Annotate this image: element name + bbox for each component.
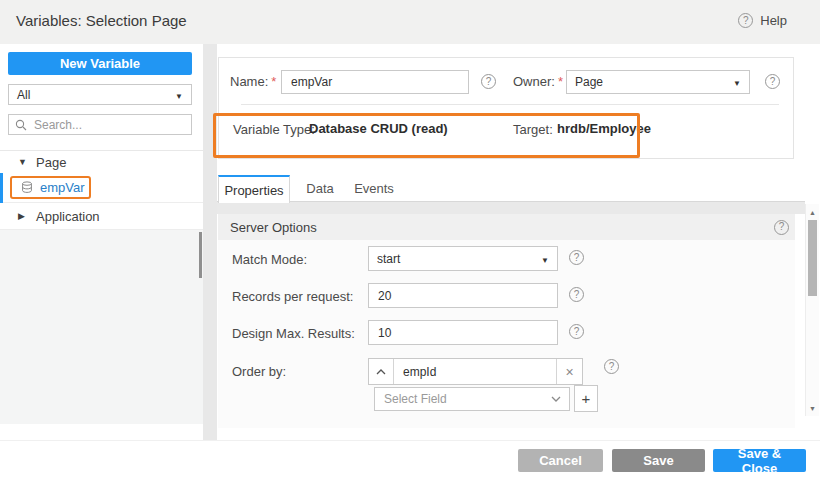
sort-direction-toggle[interactable] xyxy=(369,359,394,384)
filter-select-value: All xyxy=(17,88,175,102)
tab-data[interactable]: Data xyxy=(295,175,345,202)
owner-select-value: Page xyxy=(575,75,733,89)
owner-select[interactable]: Page xyxy=(566,70,750,94)
tree-item-label: empVar xyxy=(40,180,85,195)
match-mode-label: Match Mode: xyxy=(232,252,307,267)
tab-content-gap xyxy=(217,202,805,214)
match-mode-value: start xyxy=(377,252,541,266)
order-by-entry: empId × xyxy=(368,358,583,385)
tab-events[interactable]: Events xyxy=(345,175,403,202)
tree-group-page[interactable]: ▼ Page xyxy=(0,150,203,173)
panel-divider xyxy=(203,44,217,440)
records-help-icon[interactable]: ? xyxy=(569,287,584,302)
add-order-field-button[interactable]: + xyxy=(574,385,598,412)
variable-search xyxy=(8,114,192,135)
dialog-header: Variables: Selection Page ? Help xyxy=(0,0,820,44)
chevron-down-icon xyxy=(541,252,549,266)
server-options-header: Server Options ? xyxy=(218,214,795,240)
order-by-label: Order by: xyxy=(232,364,286,379)
chevron-down-icon xyxy=(551,396,561,402)
match-mode-help-icon[interactable]: ? xyxy=(569,250,584,265)
help-icon: ? xyxy=(738,13,753,28)
tree-group-label: Application xyxy=(36,209,100,224)
variable-details-panel: Name:* ? Owner:* Page ? Variable Type: D… xyxy=(217,44,820,440)
server-options-title: Server Options xyxy=(230,220,774,235)
order-by-help-icon[interactable]: ? xyxy=(604,359,619,374)
sidebar-scrollbar-thumb[interactable] xyxy=(199,232,202,278)
search-input[interactable] xyxy=(32,117,185,133)
cancel-button[interactable]: Cancel xyxy=(518,449,603,472)
properties-scrollbar[interactable]: ▲ ▼ xyxy=(805,204,819,416)
target-value: hrdb/Employee xyxy=(557,121,651,136)
target-label: Target: xyxy=(513,122,553,137)
owner-help-icon[interactable]: ? xyxy=(765,74,780,89)
tree-group-label: Page xyxy=(36,155,66,170)
server-options-panel: Server Options ? Match Mode: start ? Rec… xyxy=(218,214,795,428)
records-per-request-label: Records per request: xyxy=(232,289,353,304)
match-mode-select[interactable]: start xyxy=(368,246,558,271)
chevron-down-icon xyxy=(733,75,741,89)
scroll-down-icon[interactable]: ▼ xyxy=(806,402,819,414)
new-variable-button[interactable]: New Variable xyxy=(8,52,192,75)
server-options-help-icon[interactable]: ? xyxy=(774,220,789,235)
save-button[interactable]: Save xyxy=(612,449,705,472)
select-field-placeholder: Select Field xyxy=(384,392,551,406)
records-per-request-input[interactable] xyxy=(368,283,558,308)
chevron-down-icon xyxy=(175,88,183,102)
tab-properties[interactable]: Properties xyxy=(218,175,290,203)
dialog-footer: Cancel Save Save & Close xyxy=(0,440,820,488)
name-label: Name:* xyxy=(230,74,276,89)
design-max-results-input[interactable] xyxy=(368,320,558,345)
variables-tree: ▼ Page empVar ▶ Application xyxy=(0,150,203,230)
search-icon xyxy=(15,119,27,131)
variable-type-label: Variable Type: xyxy=(233,122,315,137)
chevron-up-icon xyxy=(376,369,386,375)
chevron-collapsed-icon: ▶ xyxy=(18,211,28,221)
design-max-results-label: Design Max. Results: xyxy=(232,326,355,341)
help-button[interactable]: ? Help xyxy=(738,13,787,28)
selected-indicator xyxy=(0,173,3,203)
database-variable-icon xyxy=(21,181,33,194)
required-asterisk: * xyxy=(558,74,563,89)
variable-filter-select[interactable]: All xyxy=(8,84,192,105)
remove-order-field-button[interactable]: × xyxy=(556,359,582,384)
select-field-dropdown[interactable]: Select Field xyxy=(374,387,570,411)
design-max-help-icon[interactable]: ? xyxy=(569,324,584,339)
tab-bar: Properties Data Events xyxy=(217,175,805,202)
tree-item-empvar[interactable]: empVar xyxy=(0,173,203,203)
owner-label: Owner:* xyxy=(513,74,563,89)
help-label: Help xyxy=(760,13,787,28)
order-by-field-value: empId xyxy=(394,359,556,384)
page-title: Variables: Selection Page xyxy=(16,12,187,29)
required-asterisk: * xyxy=(271,74,276,89)
save-close-button[interactable]: Save & Close xyxy=(713,449,806,472)
variable-summary-card: Name:* ? Owner:* Page ? Variable Type: D… xyxy=(218,57,794,159)
tree-group-application[interactable]: ▶ Application xyxy=(0,203,203,230)
scroll-up-icon[interactable]: ▲ xyxy=(806,206,819,218)
name-help-icon[interactable]: ? xyxy=(481,74,496,89)
variable-type-value: Database CRUD (read) xyxy=(309,121,448,136)
chevron-expanded-icon: ▼ xyxy=(18,157,28,167)
variables-dialog: Variables: Selection Page ? Help New Var… xyxy=(0,0,820,488)
name-input[interactable] xyxy=(281,70,469,94)
scrollbar-thumb[interactable] xyxy=(808,220,817,296)
variables-sidebar: New Variable All ▼ Page xyxy=(0,44,203,440)
card-divider xyxy=(241,104,779,105)
sidebar-empty-area xyxy=(0,230,203,424)
